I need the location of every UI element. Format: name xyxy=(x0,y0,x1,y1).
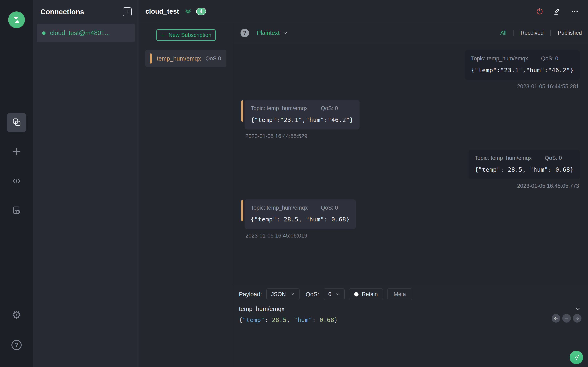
payload-token: , xyxy=(287,317,294,323)
message-timestamp: 2023-01-05 16:44:55:281 xyxy=(516,83,580,90)
pencil-icon xyxy=(553,8,561,15)
sidebar-item-settings[interactable]: ⚙ xyxy=(7,305,26,325)
message-item[interactable]: Topic: temp_hum/emqx QoS: 0 {"temp":"23.… xyxy=(245,100,360,140)
qos-select[interactable]: 0 xyxy=(324,288,345,300)
mqttx-logo-icon xyxy=(8,11,25,28)
messages-panel: ? Plaintext All Received Published xyxy=(233,23,588,367)
message-topic: Topic: temp_hum/emqx xyxy=(251,205,308,211)
payload-label: Payload: xyxy=(239,291,262,298)
gear-icon: ⚙ xyxy=(12,309,21,320)
history-prev-button[interactable] xyxy=(552,314,560,323)
more-options-button[interactable] xyxy=(571,8,579,15)
edit-connection-button[interactable] xyxy=(553,8,561,15)
minus-icon xyxy=(564,316,569,321)
message-meta: Topic: temp_hum/emqx QoS: 0 xyxy=(251,105,354,111)
code-icon xyxy=(11,176,22,187)
payload-token: : xyxy=(312,317,320,323)
message-timestamp: 2023-01-05 16:45:05:773 xyxy=(516,183,580,189)
qos-label: QoS: xyxy=(306,291,319,298)
app-sidebar: ⚙ ? xyxy=(0,0,33,367)
message-payload: {"temp": 28.5, "hum": 0.68} xyxy=(251,216,350,223)
subscription-list-item[interactable]: temp_hum/emqx QoS 0 xyxy=(145,50,226,67)
arrow-right-icon xyxy=(575,316,580,321)
message-topic: Topic: temp_hum/emqx xyxy=(251,105,308,111)
payload-token: "temp" xyxy=(242,317,265,323)
send-icon xyxy=(573,354,580,361)
ellipsis-icon xyxy=(571,8,579,15)
message-item[interactable]: Topic: temp_hum/emqx QoS: 0 {"temp":"23.… xyxy=(465,50,580,90)
chevron-down-icon xyxy=(336,292,340,296)
message-meta: Topic: temp_hum/emqx QoS: 0 xyxy=(471,55,574,62)
message-payload: {"temp": 28.5, "hum": 0.68} xyxy=(475,166,574,173)
arrow-left-icon xyxy=(553,316,558,321)
message-timestamp: 2023-01-05 16:44:55:529 xyxy=(245,133,308,140)
send-button[interactable] xyxy=(570,351,583,364)
collapse-subscriptions-button[interactable] xyxy=(184,8,192,15)
retain-indicator-dot xyxy=(354,292,359,296)
connection-name: cloud_test@m4801... xyxy=(50,29,110,37)
message-bubble: Topic: temp_hum/emqx QoS: 0 {"temp":"23.… xyxy=(245,100,360,129)
retain-toggle[interactable]: Retain xyxy=(349,288,383,300)
chevron-down-icon xyxy=(290,292,295,297)
subscription-color-bar xyxy=(150,53,152,64)
connections-title: Connections xyxy=(40,8,84,16)
connection-topbar: cloud_test 4 xyxy=(139,0,588,23)
meta-button[interactable]: Meta xyxy=(387,288,412,300)
message-meta: Topic: temp_hum/emqx QoS: 0 xyxy=(251,205,350,211)
subscription-qos: QoS 0 xyxy=(205,55,221,62)
payload-editor[interactable]: {"temp": 28.5, "hum": 0.68} xyxy=(233,312,588,323)
message-qos: QoS: 0 xyxy=(321,205,338,211)
payload-token: 0.68 xyxy=(320,317,334,323)
message-payload: {"temp":"23.1","hum":"46.2"} xyxy=(251,117,354,123)
topic-input[interactable]: temp_hum/emqx xyxy=(239,305,575,312)
plus-icon xyxy=(160,33,165,38)
publish-panel: Payload: JSON QoS: 0 xyxy=(233,284,588,367)
filter-published[interactable]: Published xyxy=(551,30,582,36)
message-payload: {"temp":"23.1","hum":"46.2"} xyxy=(471,67,574,74)
message-format-value: Plaintext xyxy=(257,30,279,36)
message-item[interactable]: Topic: temp_hum/emqx QoS: 0 {"temp": 28.… xyxy=(245,200,356,239)
sidebar-item-connections[interactable] xyxy=(7,113,26,132)
payload-token: "hum" xyxy=(294,317,312,323)
message-qos: QoS: 0 xyxy=(321,105,338,111)
collapse-publish-panel-icon[interactable] xyxy=(575,306,581,312)
disconnect-button[interactable] xyxy=(536,8,544,15)
payload-token: : xyxy=(265,317,272,323)
sidebar-item-script[interactable] xyxy=(7,171,26,191)
filter-all[interactable]: All xyxy=(493,30,513,36)
connections-icon xyxy=(12,117,21,128)
message-item[interactable]: Topic: temp_hum/emqx QoS: 0 {"temp": 28.… xyxy=(468,150,580,189)
subscription-topic: temp_hum/emqx xyxy=(157,55,201,62)
connections-header: Connections xyxy=(33,0,139,22)
main-region: cloud_test 4 xyxy=(139,0,588,367)
payload-token: { xyxy=(239,317,242,323)
message-meta: Topic: temp_hum/emqx QoS: 0 xyxy=(475,155,574,161)
connection-list-item[interactable]: cloud_test@m4801... xyxy=(37,24,135,42)
double-chevron-down-icon xyxy=(184,8,192,15)
payload-format-help-icon[interactable]: ? xyxy=(241,29,249,37)
message-bubble: Topic: temp_hum/emqx QoS: 0 {"temp": 28.… xyxy=(468,150,580,179)
payload-token: } xyxy=(334,317,338,323)
log-icon xyxy=(12,206,21,216)
publish-history-nav xyxy=(552,314,581,323)
history-current-button[interactable] xyxy=(562,314,571,323)
history-next-button[interactable] xyxy=(573,314,581,323)
help-icon: ? xyxy=(11,340,22,350)
message-timestamp: 2023-01-05 16:45:06:019 xyxy=(245,233,308,239)
power-icon xyxy=(536,8,544,15)
payload-token: 28.5 xyxy=(272,317,287,323)
message-bubble: Topic: temp_hum/emqx QoS: 0 {"temp": 28.… xyxy=(245,200,356,229)
chevron-down-icon xyxy=(282,30,288,36)
filter-received[interactable]: Received xyxy=(514,30,551,36)
add-connection-button[interactable] xyxy=(123,7,132,16)
subscription-count-badge: 4 xyxy=(196,8,206,15)
sidebar-item-log[interactable] xyxy=(7,201,26,220)
new-subscription-button[interactable]: New Subscription xyxy=(156,29,216,41)
message-format-select[interactable]: Plaintext xyxy=(257,30,288,36)
sidebar-item-new-connection[interactable] xyxy=(7,142,26,162)
message-topic: Topic: temp_hum/emqx xyxy=(475,155,532,161)
payload-format-select[interactable]: JSON xyxy=(267,288,300,300)
sidebar-item-help[interactable]: ? xyxy=(7,335,26,355)
publish-topic-row: temp_hum/emqx xyxy=(233,300,588,312)
message-list: Topic: temp_hum/emqx QoS: 0 {"temp":"23.… xyxy=(233,43,588,284)
